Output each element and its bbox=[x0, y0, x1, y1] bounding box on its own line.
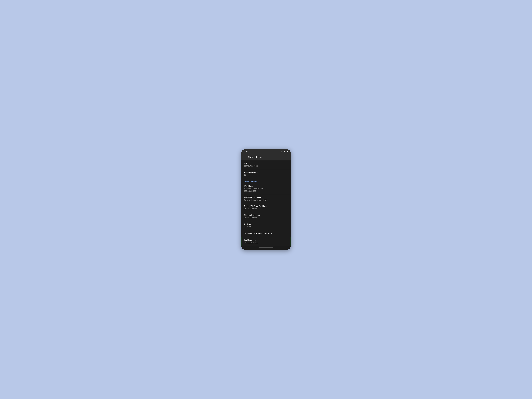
android-version-item[interactable]: Android version 13 bbox=[241, 169, 291, 178]
android-version-title: Android version bbox=[244, 171, 288, 173]
bluetooth-address-item[interactable]: Bluetooth address 0c:c4:13:2e:0e:0e bbox=[241, 212, 291, 221]
uptime-item[interactable]: Up time 92:35:39 bbox=[241, 221, 291, 230]
ip-address-title: IP address bbox=[244, 185, 288, 187]
battery-icon bbox=[286, 151, 288, 152]
settings-content: IMEI 357721782947683 Android version 13 … bbox=[241, 160, 291, 246]
status-time: 11:40 bbox=[244, 151, 248, 152]
wifi-icon bbox=[283, 151, 285, 152]
status-icons bbox=[281, 151, 288, 152]
send-feedback-item[interactable]: Send feedback about this device bbox=[241, 230, 291, 237]
bluetooth-address-value: 0c:c4:13:2e:0e:0e bbox=[244, 217, 288, 219]
uptime-value: 92:35:39 bbox=[244, 226, 288, 228]
wifi-mac-title: Wi-Fi MAC address bbox=[244, 196, 288, 198]
imei-item[interactable]: IMEI 357721782947683 bbox=[241, 160, 291, 169]
ip-address-value: fe80::ecb0:61ff:fe94:998f192.168.68.105 bbox=[244, 188, 288, 192]
bluetooth-address-title: Bluetooth address bbox=[244, 214, 288, 216]
home-indicator bbox=[259, 247, 273, 248]
home-bar bbox=[241, 246, 291, 250]
phone-frame: 11:40 ← About phone IMEI 35772178294 bbox=[241, 149, 291, 250]
device-wifi-mac-title: Device Wi-Fi MAC address bbox=[244, 205, 288, 207]
app-bar: ← About phone bbox=[241, 154, 291, 160]
device-identifiers-label: Device identifiers bbox=[244, 181, 257, 182]
build-number-value: TP1A.221005.002 bbox=[244, 242, 288, 244]
device-identifiers-section: Device identifiers bbox=[241, 178, 291, 183]
imei-value: 357721782947683 bbox=[244, 165, 288, 167]
wifi-mac-value: To view, choose saved network bbox=[244, 199, 288, 201]
imei-title: IMEI bbox=[244, 162, 288, 165]
wifi-mac-item[interactable]: Wi-Fi MAC address To view, choose saved … bbox=[241, 194, 291, 203]
device-wifi-mac-value: 0c:c4:13:2e:0e:0f bbox=[244, 208, 288, 210]
device-wifi-mac-item[interactable]: Device Wi-Fi MAC address 0c:c4:13:2e:0e:… bbox=[241, 203, 291, 212]
dnd-icon bbox=[281, 151, 283, 152]
uptime-title: Up time bbox=[244, 223, 288, 225]
build-number-item[interactable]: Build number TP1A.221005.002 bbox=[241, 237, 291, 246]
page-title: About phone bbox=[248, 156, 262, 158]
ip-address-item[interactable]: IP address fe80::ecb0:61ff:fe94:998f192.… bbox=[241, 183, 291, 194]
back-button[interactable]: ← bbox=[243, 156, 246, 159]
send-feedback-label: Send feedback about this device bbox=[244, 232, 288, 234]
build-number-title: Build number bbox=[244, 239, 288, 241]
status-bar: 11:40 bbox=[241, 149, 291, 154]
content-wrapper: IMEI 357721782947683 Android version 13 … bbox=[241, 160, 291, 246]
android-version-value: 13 bbox=[244, 174, 288, 176]
